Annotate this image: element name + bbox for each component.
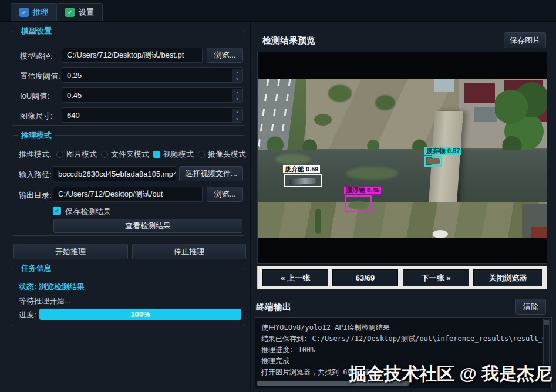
conf-threshold-label: 置信度阈值:	[20, 71, 60, 82]
boat	[289, 177, 316, 185]
mode-row-label: 推理模式:	[19, 149, 52, 160]
image-counter: 63/69	[332, 269, 398, 286]
stop-inference-button[interactable]: 停止推理	[132, 244, 246, 259]
panel-divider[interactable]	[250, 22, 251, 392]
save-image-label: 保存图片	[510, 35, 540, 46]
input-path-value: bcccdb2630cd45ebfada8a105.mp4	[58, 170, 176, 178]
output-dir-value: C:/Users/712/Desktop/测试/out	[58, 189, 163, 200]
right-red-roof	[531, 227, 547, 238]
model-path-input[interactable]: C:/Users/712/Desktop/测试/best.pt	[62, 48, 203, 63]
radio-camera-mode-label[interactable]: 摄像头模式	[208, 149, 246, 160]
farmland	[258, 202, 547, 238]
view-results-label: 查看检测结果	[125, 221, 171, 231]
tab-inference[interactable]: ✓ 推理	[11, 3, 57, 21]
radio-image-mode[interactable]	[56, 151, 63, 158]
iou-threshold-spinbox[interactable]: 0.45 ▲▼	[62, 87, 243, 103]
floating-object	[348, 201, 368, 209]
clear-terminal-button[interactable]: 清除	[515, 299, 546, 315]
progress-label: 进度:	[19, 310, 36, 320]
aerial-photo: 废弃船 0.59 漂浮物 0.45 废弃物 0.87	[258, 79, 547, 238]
select-video-button[interactable]: 选择视频文件...	[179, 166, 243, 181]
model-path-label: 模型路径:	[20, 51, 53, 62]
model-settings-title: 模型设置	[18, 26, 55, 36]
stop-inference-label: 停止推理	[174, 246, 204, 257]
letterbox-top	[258, 52, 547, 79]
radio-video-mode-label[interactable]: 视频模式	[163, 149, 194, 160]
detection-label-boat: 废弃船 0.59	[283, 165, 320, 173]
spin-down-icon[interactable]: ▼	[232, 96, 242, 103]
input-path-field[interactable]: bcccdb2630cd45ebfada8a105.mp4	[53, 166, 176, 181]
progress-bar: 100%	[39, 309, 241, 320]
output-dir-field[interactable]: C:/Users/712/Desktop/测试/out	[53, 187, 203, 202]
letterbox-bottom	[258, 238, 547, 263]
detection-box-waste	[424, 156, 442, 167]
gray-roof	[474, 107, 497, 122]
red-roof	[464, 83, 495, 103]
terminal-line: 使用YOLOv8/yolo12 API绘制检测结果	[261, 322, 543, 333]
tab-settings-label: 设置	[79, 7, 94, 18]
detection-label-floating: 漂浮物 0.45	[344, 187, 381, 194]
save-results-checkbox[interactable]: ✓	[53, 207, 61, 215]
radio-folder-mode-label[interactable]: 文件夹模式	[111, 149, 149, 160]
spin-up-icon[interactable]: ▲	[232, 69, 242, 76]
save-results-label[interactable]: 保存检测结果	[65, 207, 111, 217]
floating-weeds	[275, 154, 311, 164]
radio-video-mode[interactable]	[153, 151, 160, 158]
radio-folder-mode[interactable]	[101, 151, 108, 158]
field-tree	[314, 114, 332, 126]
conf-threshold-spinbox[interactable]: 0.25 ▲▼	[62, 67, 243, 83]
white-building	[434, 79, 454, 92]
terminal-line: 推理进度: 100%	[261, 344, 543, 356]
spin-up-icon[interactable]: ▲	[232, 89, 242, 96]
field-tree	[375, 95, 395, 110]
tab-settings[interactable]: ✓ 设置	[56, 3, 103, 21]
image-counter-label: 63/69	[356, 273, 375, 282]
output-browse-button[interactable]: 浏览...	[207, 187, 243, 202]
close-browser-button[interactable]: 关闭浏览器	[473, 269, 542, 286]
field-tree	[328, 85, 352, 102]
watermark-text: 掘金技术社区 @ 我是杰尼	[349, 362, 552, 386]
view-results-button[interactable]: 查看检测结果	[53, 219, 242, 233]
floating-weeds	[346, 167, 399, 180]
save-image-button[interactable]: 保存图片	[504, 32, 546, 48]
model-path-value: C:/Users/712/Desktop/测试/best.pt	[67, 50, 184, 60]
select-video-label: 选择视频文件...	[185, 168, 237, 179]
conf-spin-buttons[interactable]: ▲▼	[232, 69, 242, 83]
inference-mode-title: 推理模式	[18, 130, 55, 141]
radio-image-mode-label[interactable]: 图片模式	[66, 149, 97, 160]
image-size-label: 图像尺寸:	[20, 111, 53, 121]
model-browse-label: 浏览...	[214, 50, 236, 60]
inference-tab-icon: ✓	[19, 8, 29, 17]
task-waiting-text: 等待推理开始...	[19, 296, 71, 306]
tree-row	[315, 209, 321, 234]
output-dir-label: 输出目录:	[19, 190, 52, 201]
start-inference-button[interactable]: 开始推理	[13, 244, 128, 259]
imgsz-spin-buttons[interactable]: ▲▼	[232, 109, 242, 123]
detection-box-floating	[345, 195, 372, 212]
model-browse-button[interactable]: 浏览...	[207, 48, 243, 63]
start-inference-label: 开始推理	[55, 246, 86, 257]
settings-tab-icon: ✓	[65, 8, 75, 17]
scroll-up-icon[interactable]	[544, 320, 549, 325]
next-image-button[interactable]: 下一张 »	[403, 269, 469, 286]
spin-up-icon[interactable]: ▲	[232, 109, 242, 116]
clear-terminal-label: 清除	[523, 302, 538, 312]
terminal-line: 结果已保存到: C:/Users/712/Desktop/测试/out\infe…	[261, 333, 543, 344]
task-info-title: 任务信息	[18, 263, 55, 273]
detection-image-frame: 废弃船 0.59 漂浮物 0.45 废弃物 0.87	[257, 52, 547, 264]
spin-down-icon[interactable]: ▼	[232, 116, 242, 123]
output-browse-label: 浏览...	[214, 189, 236, 200]
task-status-text: 状态: 浏览检测结果	[19, 282, 85, 292]
spin-down-icon[interactable]: ▼	[232, 76, 242, 83]
image-size-value: 640	[67, 111, 80, 120]
conf-threshold-value: 0.25	[67, 71, 82, 80]
next-image-label: 下一张 »	[422, 273, 451, 283]
radio-camera-mode[interactable]	[198, 151, 205, 158]
detection-label-waste: 废弃物 0.87	[424, 147, 461, 155]
terminal-title: 终端输出	[256, 302, 291, 313]
image-size-spinbox[interactable]: 640 ▲▼	[62, 107, 243, 123]
iou-spin-buttons[interactable]: ▲▼	[232, 89, 242, 103]
prev-image-button[interactable]: « 上一张	[262, 269, 328, 286]
iou-threshold-value: 0.45	[67, 91, 82, 100]
prev-image-label: « 上一张	[281, 273, 310, 283]
